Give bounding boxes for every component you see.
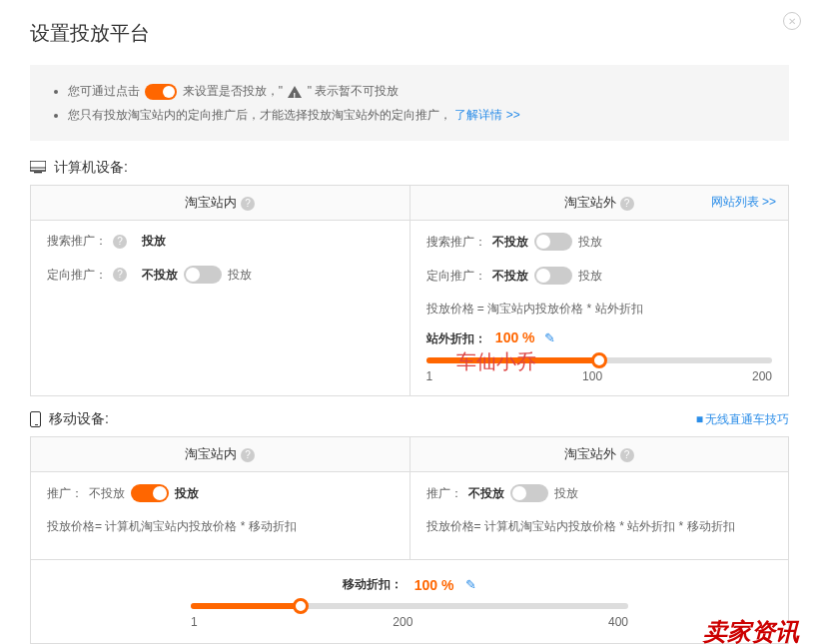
help-icon[interactable]: ? xyxy=(241,197,255,211)
mobile-in-formula: 投放价格= 计算机淘宝站内投放价格 * 移动折扣 xyxy=(47,518,394,535)
mobile-discount-row: 移动折扣： 100 % ✎ xyxy=(191,576,628,593)
computer-table: 淘宝站内 ? 淘宝站外 ? 网站列表 >> 搜索推广： ? 投放 定向推广： ?… xyxy=(30,185,789,396)
mobile-icon xyxy=(30,411,41,427)
computer-section-header: 计算机设备: xyxy=(30,159,789,177)
th-mobile-out: 淘宝站外 ? xyxy=(410,437,789,472)
mobile-in-toggle[interactable] xyxy=(131,484,169,502)
edit-icon[interactable]: ✎ xyxy=(544,330,555,345)
video-icon: ■ xyxy=(696,412,703,426)
help-icon[interactable]: ? xyxy=(113,268,127,282)
svg-rect-0 xyxy=(30,161,46,171)
page-title: 设置投放平台 xyxy=(30,20,789,47)
toggle-icon xyxy=(145,84,177,100)
out-discount-row: 站外折扣： 100 % ✎ xyxy=(426,329,773,347)
th-taobao-out: 淘宝站外 ? 网站列表 >> xyxy=(410,186,789,221)
help-icon[interactable]: ? xyxy=(620,448,634,462)
notice-line-2: 您只有投放淘宝站内的定向推广后，才能选择投放淘宝站外的定向推广， 了解详情 >> xyxy=(68,103,765,127)
close-button[interactable]: ✕ xyxy=(783,12,801,30)
th-mobile-in: 淘宝站内 ? xyxy=(31,437,410,472)
search-out-toggle[interactable] xyxy=(534,233,572,251)
mobile-discount-slider[interactable] xyxy=(191,603,628,609)
help-icon[interactable]: ? xyxy=(241,448,255,462)
mobile-section-header: 移动设备: xyxy=(30,410,109,428)
notice-line-1: 您可通过点击 来设置是否投放，" " 表示暂不可投放 xyxy=(68,79,765,103)
out-discount-slider[interactable] xyxy=(426,357,773,363)
direct-in-toggle[interactable] xyxy=(184,266,222,284)
mobile-discount-value: 100 % xyxy=(414,577,454,593)
wireless-tips-link[interactable]: ■无线直通车技巧 xyxy=(696,411,789,428)
warning-icon xyxy=(288,86,302,98)
help-icon[interactable]: ? xyxy=(620,197,634,211)
out-formula: 投放价格 = 淘宝站内投放价格 * 站外折扣 xyxy=(426,301,773,318)
slider-thumb[interactable] xyxy=(591,352,607,368)
learn-more-link[interactable]: 了解详情 >> xyxy=(454,108,519,122)
site-list-link[interactable]: 网站列表 >> xyxy=(711,194,776,211)
help-icon[interactable]: ? xyxy=(113,235,127,249)
notice-box: 您可通过点击 来设置是否投放，" " 表示暂不可投放 您只有投放淘宝站内的定向推… xyxy=(30,65,789,141)
mobile-table: 淘宝站内 ? 淘宝站外 ? 推广： 不投放 投放 投放价格= 计算机淘宝站内投放… xyxy=(30,436,789,644)
direct-out-toggle[interactable] xyxy=(534,267,572,285)
mobile-out-formula: 投放价格= 计算机淘宝站内投放价格 * 站外折扣 * 移动折扣 xyxy=(426,518,773,535)
svg-rect-1 xyxy=(34,172,42,173)
out-discount-value: 100 % xyxy=(495,329,535,345)
monitor-icon xyxy=(30,161,46,175)
edit-icon[interactable]: ✎ xyxy=(465,577,476,592)
mobile-out-toggle[interactable] xyxy=(510,484,548,502)
slider-thumb[interactable] xyxy=(293,598,309,614)
th-taobao-in: 淘宝站内 ? xyxy=(31,186,410,221)
